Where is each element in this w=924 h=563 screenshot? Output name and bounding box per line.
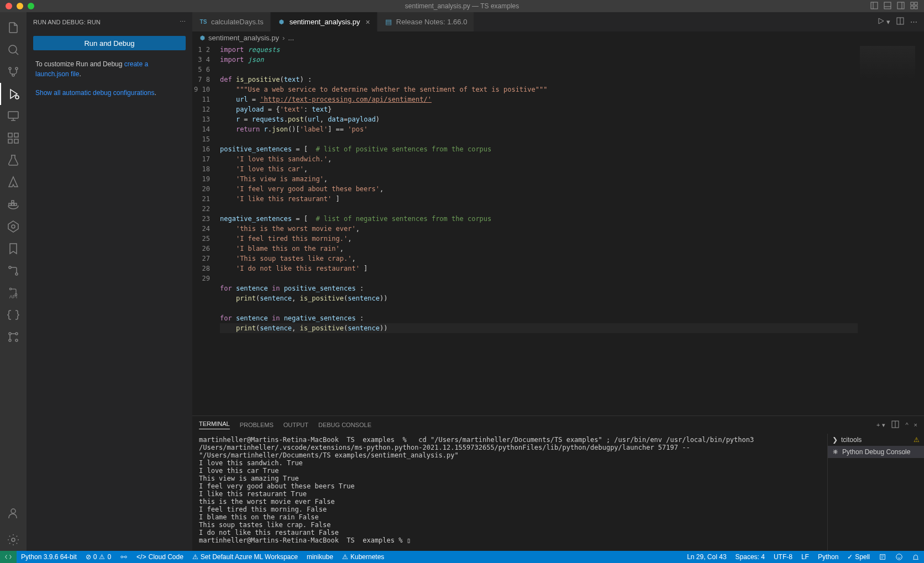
error-icon: ⊘ xyxy=(86,553,91,561)
minimap[interactable] xyxy=(858,44,924,415)
warning-badge-icon: ⚠ xyxy=(914,436,920,444)
svg-rect-25 xyxy=(9,203,11,206)
output-tab[interactable]: OUTPUT xyxy=(284,422,308,428)
terminal-output[interactable]: martinheller@Martins-Retina-MacBook TS e… xyxy=(192,434,827,551)
svg-rect-9 xyxy=(915,6,917,9)
terminal-tab[interactable]: TERMINAL xyxy=(199,420,230,429)
layout-customize-icon[interactable] xyxy=(910,1,918,12)
svg-rect-22 xyxy=(8,139,12,143)
settings-gear-icon[interactable] xyxy=(0,529,27,551)
code-editor[interactable]: 1 2 3 4 5 6 7 8 9 10 11 12 13 14 15 16 1… xyxy=(192,44,924,415)
terminal-label: tcitools xyxy=(841,436,862,444)
svg-point-49 xyxy=(125,556,127,558)
run-and-debug-button[interactable]: Run and Debug xyxy=(33,36,186,50)
notifications-icon[interactable] xyxy=(907,553,924,561)
sidebar-customize-text: To customize Run and Debug create a laun… xyxy=(27,55,192,83)
more-actions-icon[interactable]: ⋯ xyxy=(180,18,186,25)
extensions-icon[interactable] xyxy=(0,127,27,149)
azure-workspace-status[interactable]: ⚠ Set Default Azure ML Workspace xyxy=(188,551,302,563)
chevron-right-icon: › xyxy=(282,34,285,42)
minimize-window-button[interactable] xyxy=(17,3,23,9)
split-editor-icon[interactable] xyxy=(896,17,905,27)
docker-icon[interactable] xyxy=(0,193,27,215)
remote-explorer-icon[interactable] xyxy=(0,105,27,127)
breadcrumb[interactable]: ⬢ sentiment_analysis.py › ... xyxy=(192,31,924,44)
run-dropdown-icon[interactable]: ▾ xyxy=(886,18,890,26)
debug-console-tab[interactable]: DEBUG CONSOLE xyxy=(318,422,371,428)
graph-icon[interactable] xyxy=(0,326,27,348)
maximize-window-button[interactable] xyxy=(28,3,34,9)
tab-label: calculateDays.ts xyxy=(211,18,264,26)
cursor-position[interactable]: Ln 29, Col 43 xyxy=(683,553,731,561)
svg-point-10 xyxy=(9,45,17,53)
testing-icon[interactable] xyxy=(0,149,27,171)
editor-area: TS calculateDays.ts ⬢ sentiment_analysis… xyxy=(192,12,924,551)
remote-indicator[interactable] xyxy=(0,551,17,563)
new-terminal-icon[interactable]: + xyxy=(876,422,880,428)
spell-check-status[interactable]: ✓ Spell xyxy=(843,553,874,561)
bookmarks-icon[interactable] xyxy=(0,238,27,260)
language-mode[interactable]: Python xyxy=(813,553,843,561)
debug-icon: ⛯ xyxy=(832,448,839,456)
cloud-icon: </> xyxy=(136,553,146,561)
titlebar-actions xyxy=(870,1,918,12)
svg-rect-28 xyxy=(12,201,14,203)
terminal-item-python-debug[interactable]: ⛯ Python Debug Console xyxy=(828,446,924,458)
layout-sidebar-left-icon[interactable] xyxy=(870,1,879,12)
tab-calculatedays[interactable]: TS calculateDays.ts xyxy=(192,12,271,31)
svg-rect-0 xyxy=(871,2,878,9)
explorer-icon[interactable] xyxy=(0,17,27,39)
api-icon[interactable]: API xyxy=(8,282,19,304)
tab-label: Release Notes: 1.66.0 xyxy=(396,18,468,26)
sidebar-header: RUN AND DEBUG: RUN ⋯ xyxy=(27,12,192,31)
search-icon[interactable] xyxy=(0,39,27,61)
kubernetes-status[interactable]: ⚠ Kubernetes xyxy=(338,551,389,563)
svg-marker-29 xyxy=(8,221,18,232)
feedback-icon[interactable] xyxy=(891,553,907,561)
eol-status[interactable]: LF xyxy=(797,553,813,561)
python-file-icon: ⬢ xyxy=(277,18,286,27)
maximize-panel-icon[interactable]: ^ xyxy=(905,422,908,428)
gitlens-icon[interactable] xyxy=(0,260,27,282)
tab-sentiment-analysis[interactable]: ⬢ sentiment_analysis.py × xyxy=(271,12,377,31)
svg-rect-26 xyxy=(12,203,14,206)
indentation-status[interactable]: Spaces: 4 xyxy=(731,553,769,561)
prettier-status[interactable] xyxy=(874,553,891,561)
terminal-item-tcitools[interactable]: ❯ tcitools ⚠ xyxy=(828,434,924,446)
cloud-code-status[interactable]: </> Cloud Code xyxy=(132,551,188,563)
tab-release-notes[interactable]: ▤ Release Notes: 1.66.0 xyxy=(377,12,475,31)
azure-icon[interactable] xyxy=(0,171,27,193)
svg-point-12 xyxy=(9,67,11,70)
close-panel-icon[interactable]: × xyxy=(914,422,917,428)
svg-point-35 xyxy=(9,333,11,335)
port-forward-icon[interactable] xyxy=(116,551,132,563)
sidebar-panel: RUN AND DEBUG: RUN ⋯ Run and Debug To cu… xyxy=(27,12,192,551)
problems-tab[interactable]: PROBLEMS xyxy=(240,422,274,428)
run-python-icon[interactable] xyxy=(876,17,885,27)
kubernetes-icon[interactable] xyxy=(0,215,27,238)
terminal-dropdown-icon[interactable]: ▾ xyxy=(882,422,885,429)
run-debug-icon[interactable] xyxy=(0,83,27,105)
more-editor-actions-icon[interactable]: ⋯ xyxy=(910,18,917,26)
source-control-icon[interactable] xyxy=(0,61,27,83)
breadcrumb-file: sentiment_analysis.py xyxy=(208,34,279,42)
problems-status[interactable]: ⊘0 ⚠0 xyxy=(81,551,116,563)
close-window-button[interactable] xyxy=(6,3,12,9)
tab-close-icon[interactable]: × xyxy=(366,18,370,27)
svg-rect-23 xyxy=(14,139,18,143)
activity-bar: API xyxy=(0,12,27,551)
layout-sidebar-right-icon[interactable] xyxy=(896,1,905,12)
svg-marker-15 xyxy=(11,90,17,98)
layout-panel-icon[interactable] xyxy=(883,1,892,12)
minikube-status[interactable]: minikube xyxy=(302,551,338,563)
encoding-status[interactable]: UTF-8 xyxy=(769,553,797,561)
warning-triangle-icon: ⚠ xyxy=(192,553,198,561)
show-all-debug-configs-link[interactable]: Show all automatic debug configurations xyxy=(35,89,154,97)
brackets-icon[interactable] xyxy=(0,304,27,326)
split-terminal-icon[interactable] xyxy=(891,420,900,430)
code-content[interactable]: import requests import json def is_posit… xyxy=(220,44,924,415)
accounts-icon[interactable] xyxy=(0,502,27,524)
warning-icon: ⚠ xyxy=(99,553,105,561)
python-interpreter[interactable]: Python 3.9.6 64-bit xyxy=(17,551,81,563)
svg-point-38 xyxy=(15,339,18,341)
